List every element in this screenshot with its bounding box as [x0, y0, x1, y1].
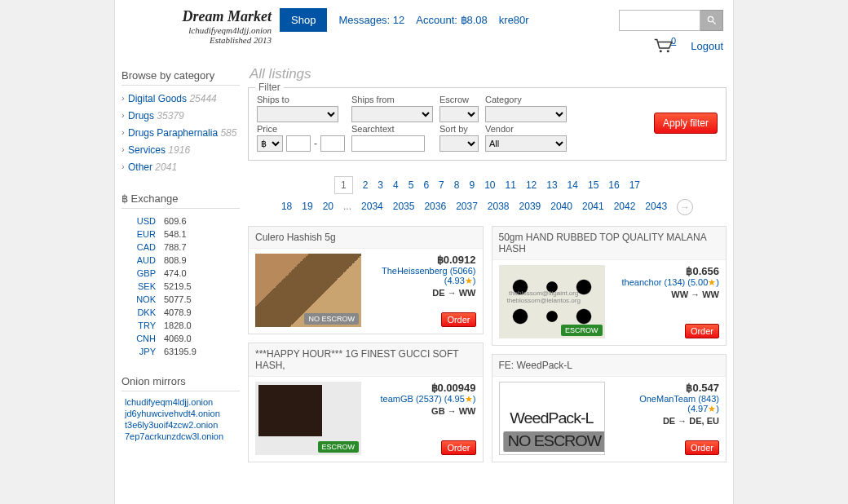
- exchange-currency[interactable]: USD: [137, 216, 156, 226]
- mirror-link[interactable]: lchudifyeqm4ldjj.onion: [125, 397, 213, 407]
- order-button[interactable]: Order: [685, 440, 719, 455]
- page-link[interactable]: 2043: [645, 201, 667, 212]
- exchange-currency[interactable]: JPY: [139, 347, 156, 356]
- category-link[interactable]: Drugs Paraphernalia: [128, 127, 218, 139]
- ships-to-label: Ships to: [257, 95, 345, 104]
- order-button[interactable]: Order: [685, 324, 719, 338]
- mirrors-list: lchudifyeqm4ldjj.onionjd6yhuwcivehvdt4.o…: [121, 396, 240, 442]
- category-link[interactable]: Digital Goods: [128, 93, 187, 104]
- exchange-currency[interactable]: AUD: [137, 255, 156, 265]
- category-item[interactable]: Drugs 35379: [121, 108, 240, 125]
- page-link[interactable]: 12: [526, 179, 537, 191]
- escrow-select[interactable]: [439, 106, 479, 122]
- listing-price: ฿0.0912: [368, 254, 476, 266]
- pagination: 1234567891011121314151617181920...203420…: [248, 169, 727, 226]
- category-item[interactable]: Digital Goods 25444: [121, 91, 240, 108]
- page-link[interactable]: 3: [378, 179, 383, 191]
- category-link[interactable]: Other: [128, 161, 152, 173]
- exchange-currency[interactable]: EUR: [137, 229, 156, 239]
- exchange-currency[interactable]: NOK: [136, 294, 156, 304]
- listing-thumb[interactable]: ESCROW: [255, 382, 361, 455]
- logout-link[interactable]: Logout: [691, 40, 723, 52]
- exchange-currency[interactable]: TRY: [138, 321, 156, 330]
- page-link[interactable]: 18: [281, 201, 292, 212]
- page-link[interactable]: 4: [393, 179, 399, 191]
- exchange-currency[interactable]: CAD: [137, 242, 156, 252]
- listing-title[interactable]: 50gm HAND RUBBED TOP QUALITY MALANA HASH: [492, 227, 727, 260]
- page-link[interactable]: 5: [409, 179, 414, 191]
- exchange-currency[interactable]: DKK: [137, 307, 156, 317]
- exchange-currency[interactable]: GBP: [137, 268, 156, 278]
- page-link[interactable]: 15: [588, 179, 598, 191]
- filter-grid: Ships to Price ฿ - Ships from Searchtext: [257, 95, 718, 152]
- exchange-currency[interactable]: SEK: [138, 281, 156, 291]
- price-min-input[interactable]: [286, 135, 311, 152]
- page-link[interactable]: 6: [423, 179, 429, 191]
- ships-to-select[interactable]: [257, 106, 338, 122]
- exchange-rate: 609.6: [164, 215, 238, 227]
- page-link[interactable]: 8: [454, 179, 460, 191]
- listing-vendor[interactable]: TheHeissenberg (5066) (4.93: [382, 266, 476, 285]
- page-link[interactable]: 17: [629, 179, 640, 191]
- cart-link[interactable]: 0: [653, 38, 679, 53]
- listing-vendor[interactable]: teamGB (2537) (4.95: [380, 394, 464, 404]
- listing-vendor[interactable]: theanchor (134) (5.00: [622, 277, 709, 287]
- order-button[interactable]: Order: [441, 440, 475, 455]
- page-link[interactable]: 2036: [424, 201, 446, 212]
- exchange-rate: 788.7: [164, 241, 238, 253]
- page-link[interactable]: 20: [323, 201, 333, 212]
- page-link[interactable]: 2038: [488, 201, 510, 212]
- page-link[interactable]: 13: [546, 179, 557, 191]
- page-link[interactable]: 11: [506, 179, 516, 191]
- category-link[interactable]: Drugs: [128, 110, 154, 122]
- exchange-row: AUD808.9: [123, 254, 238, 266]
- searchtext-input[interactable]: [351, 135, 425, 152]
- vendor-select[interactable]: All: [485, 135, 567, 152]
- page-ellipsis: ...: [343, 201, 351, 212]
- mirror-link[interactable]: t3e6ly3uoif4zcw2.onion: [125, 420, 218, 430]
- category-select[interactable]: [485, 106, 567, 122]
- search-input[interactable]: [619, 10, 700, 31]
- category-link[interactable]: Services: [128, 144, 166, 156]
- page-link[interactable]: 14: [568, 179, 578, 191]
- category-item[interactable]: Drugs Paraphernalia 585: [121, 125, 240, 142]
- messages-link[interactable]: Messages: 12: [338, 14, 404, 26]
- shop-button[interactable]: Shop: [280, 8, 327, 32]
- apply-filter-button[interactable]: Apply filter: [654, 113, 718, 134]
- listing-title[interactable]: FE: WeedPack-L: [492, 355, 727, 377]
- account-link[interactable]: Account: ฿8.08: [416, 14, 488, 26]
- page-link[interactable]: 7: [439, 179, 444, 191]
- listing-thumb[interactable]: NO ESCROW: [255, 254, 361, 327]
- page-link[interactable]: 2042: [614, 201, 636, 212]
- category-item[interactable]: Services 1916: [121, 142, 240, 159]
- page-next-arrow[interactable]: →: [677, 199, 693, 215]
- price-max-input[interactable]: [320, 135, 345, 152]
- listing-title[interactable]: ***HAPPY HOUR*** 1G FINEST GUCCI SOFT HA…: [249, 343, 483, 377]
- page-link[interactable]: 2041: [582, 201, 604, 212]
- category-item[interactable]: Other 2041: [121, 159, 240, 176]
- ships-from-select[interactable]: [351, 106, 433, 122]
- page-link[interactable]: 2035: [393, 201, 415, 212]
- page-link[interactable]: 2: [363, 179, 369, 191]
- page-link[interactable]: 19: [302, 201, 312, 212]
- sortby-select[interactable]: [439, 135, 479, 152]
- category-count: 35379: [157, 110, 183, 122]
- page-link[interactable]: 2034: [361, 201, 383, 212]
- listing-thumb[interactable]: theblossom@lilgaint.orgtheblossom@lelant…: [499, 265, 605, 338]
- page-link[interactable]: 9: [469, 179, 475, 191]
- price-currency-select[interactable]: ฿: [257, 135, 283, 152]
- page-link[interactable]: 2039: [519, 201, 541, 212]
- listing-thumb[interactable]: WeedPack-LNO ESCROW: [499, 382, 605, 455]
- search-button[interactable]: [700, 10, 723, 31]
- listing-title[interactable]: Culero Hashish 5g: [249, 227, 483, 249]
- page-link[interactable]: 10: [484, 179, 495, 191]
- user-link[interactable]: kre80r: [499, 14, 529, 26]
- order-button[interactable]: Order: [441, 312, 475, 327]
- page-link[interactable]: 2037: [456, 201, 478, 212]
- mirror-link[interactable]: jd6yhuwcivehvdt4.onion: [125, 409, 220, 418]
- mirror-link[interactable]: 7ep7acrkunzdcw3l.onion: [125, 431, 223, 441]
- cart-count: 0: [671, 36, 676, 46]
- exchange-currency[interactable]: CNH: [136, 334, 156, 343]
- page-link[interactable]: 2040: [550, 201, 572, 212]
- page-link[interactable]: 16: [608, 179, 619, 191]
